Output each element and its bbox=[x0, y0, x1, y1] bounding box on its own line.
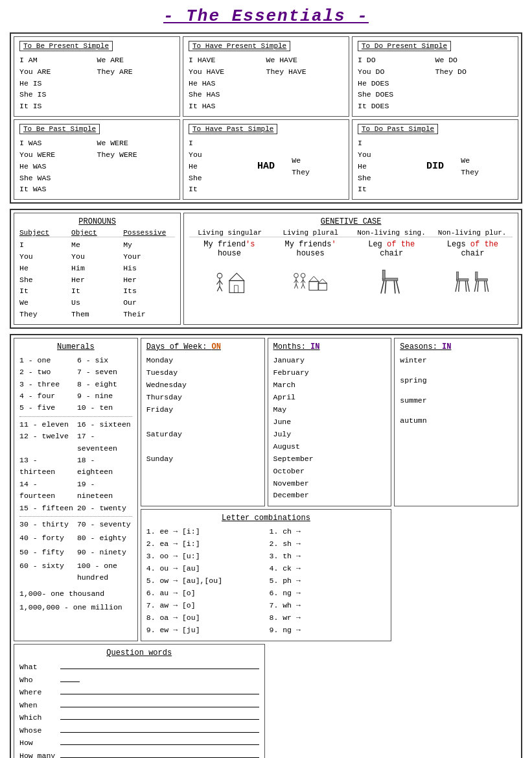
letter-combinations-title: Letter combinations bbox=[146, 514, 386, 523]
questions-list: What Who Where When Which Whose How How … bbox=[19, 661, 259, 758]
page-title: - The Essentials - bbox=[10, 6, 522, 26]
question-whose: Whose bbox=[19, 724, 259, 737]
numerals-box: Numerals 1 - one6 - six 2 - two7 - seven… bbox=[14, 338, 138, 641]
pronoun-row-she: SheHerHer bbox=[19, 274, 175, 286]
svg-line-17 bbox=[301, 280, 303, 283]
genitive-box: GENETIVE CASE Living singular Living plu… bbox=[183, 213, 518, 325]
svg-rect-21 bbox=[309, 281, 319, 290]
genitive-image-houses bbox=[291, 264, 330, 300]
pronoun-row-it: ItItIts bbox=[19, 285, 175, 297]
to-have-present-title: To Have Present Simple bbox=[189, 41, 290, 51]
pronouns-genitive-section: PRONOUNS Subject Object Possessive IMeMy… bbox=[10, 209, 522, 329]
months-box: Months: IN January February March April … bbox=[268, 338, 392, 507]
pronouns-col-possessive: Possessive bbox=[123, 229, 175, 237]
seasons-list: winter spring summer autumn bbox=[400, 355, 513, 427]
svg-marker-22 bbox=[309, 276, 319, 281]
letter-combinations-box: Letter combinations 1. ee → [i:] 2. ea →… bbox=[141, 509, 392, 641]
svg-rect-8 bbox=[234, 285, 238, 292]
to-have-past-box: To Have Past Simple I You He She It HAD … bbox=[183, 119, 349, 200]
genitive-images bbox=[189, 264, 513, 300]
svg-line-30 bbox=[395, 281, 396, 294]
months-list: January February March April May June Ju… bbox=[273, 355, 386, 503]
days-title: Days of Week: ON bbox=[146, 342, 259, 351]
to-have-present-box: To Have Present Simple I HAVE You HAVE H… bbox=[183, 36, 349, 117]
genitive-image-chairs bbox=[453, 264, 492, 300]
numerals-title: Numerals bbox=[19, 342, 132, 351]
svg-line-33 bbox=[456, 281, 457, 292]
svg-line-4 bbox=[217, 287, 220, 292]
pronouns-header: Subject Object Possessive bbox=[19, 229, 175, 237]
to-be-present-box: To Be Present Simple I AM You ARE He IS … bbox=[14, 36, 180, 117]
pronoun-row-they: TheyThemTheir bbox=[19, 309, 175, 320]
svg-line-28 bbox=[397, 281, 400, 294]
svg-line-41 bbox=[478, 281, 478, 292]
months-title: Months: IN bbox=[273, 342, 386, 351]
svg-line-39 bbox=[475, 281, 477, 292]
svg-point-9 bbox=[294, 274, 299, 278]
pronoun-row-he: HeHimHis bbox=[19, 263, 175, 274]
question-words-title: Question words bbox=[19, 648, 259, 657]
letter-left-col: 1. ee → [i:] 2. ea → [i:] 3. oo → [u:] 4… bbox=[146, 526, 263, 637]
genitive-body: My friend'shouse My friends'houses Leg o… bbox=[189, 240, 513, 261]
svg-point-15 bbox=[301, 274, 305, 278]
pronoun-row-you: YouYouYour bbox=[19, 251, 175, 263]
svg-rect-23 bbox=[318, 283, 327, 290]
to-have-past-title: To Have Past Simple bbox=[189, 124, 277, 134]
svg-line-27 bbox=[381, 281, 384, 294]
pronouns-col-subject: Subject bbox=[19, 229, 71, 237]
pronouns-col-object: Object bbox=[71, 229, 123, 237]
question-where: Where bbox=[19, 686, 259, 699]
to-do-present-box: To Do Present Simple I DO You DO He DOES… bbox=[352, 36, 518, 117]
question-words-box: Question words What Who Where When Which… bbox=[14, 644, 265, 758]
svg-line-36 bbox=[466, 281, 467, 292]
genitive-image-house-person bbox=[210, 264, 249, 300]
genitive-cell-2: My friends'houses bbox=[270, 240, 350, 261]
letter-combinations-grid: 1. ee → [i:] 2. ea → [i:] 3. oo → [u:] 4… bbox=[146, 526, 386, 637]
genitive-col-living-plur: Living plural bbox=[270, 229, 351, 237]
genitive-cell-4: Legs of thechair bbox=[433, 240, 513, 261]
to-be-past-box: To Be Past Simple I WAS You WERE He WAS … bbox=[14, 119, 180, 200]
svg-line-14 bbox=[296, 284, 298, 289]
genitive-title: GENETIVE CASE bbox=[189, 217, 513, 226]
question-what: What bbox=[19, 661, 259, 674]
to-do-past-box: To Do Past Simple I You He She It DID We… bbox=[352, 119, 518, 200]
genitive-cell-1: My friend'shouse bbox=[189, 240, 269, 261]
genitive-col-living-sing: Living singular bbox=[189, 229, 270, 237]
svg-marker-7 bbox=[229, 274, 244, 281]
svg-rect-32 bbox=[457, 272, 459, 279]
question-who: Who bbox=[19, 674, 259, 687]
svg-rect-38 bbox=[476, 272, 478, 279]
svg-line-5 bbox=[220, 287, 222, 292]
to-be-present-title: To Be Present Simple bbox=[19, 41, 113, 51]
svg-line-29 bbox=[385, 281, 386, 294]
svg-point-0 bbox=[217, 274, 222, 279]
question-which: Which bbox=[19, 711, 259, 724]
svg-line-3 bbox=[220, 281, 223, 285]
to-do-past-title: To Do Past Simple bbox=[358, 124, 438, 134]
to-do-present-title: To Do Present Simple bbox=[358, 41, 451, 51]
genitive-image-chair bbox=[372, 264, 411, 300]
svg-line-20 bbox=[303, 284, 305, 289]
svg-line-42 bbox=[485, 281, 485, 292]
bottom-section: Numerals 1 - one6 - six 2 - two7 - seven… bbox=[10, 334, 522, 758]
question-how: How bbox=[19, 737, 259, 750]
genitive-cell-3: Leg of thechair bbox=[352, 240, 432, 261]
svg-rect-26 bbox=[382, 270, 385, 279]
pronouns-box: PRONOUNS Subject Object Possessive IMeMy… bbox=[14, 213, 181, 325]
pronouns-title: PRONOUNS bbox=[19, 217, 175, 226]
svg-line-2 bbox=[216, 281, 220, 285]
to-be-present-right: We ARE They ARE bbox=[97, 54, 175, 112]
pronoun-row-we: WeUsOur bbox=[19, 297, 175, 309]
to-be-present-left: I AM You ARE He IS She IS It IS bbox=[19, 54, 97, 112]
pronoun-row-i: IMeMy bbox=[19, 239, 175, 251]
question-when: When bbox=[19, 699, 259, 712]
svg-line-35 bbox=[459, 281, 459, 292]
seasons-title: Seasons: IN bbox=[400, 342, 513, 351]
genitive-col-nonliving-sing: Non-living sing. bbox=[351, 229, 432, 237]
svg-line-40 bbox=[487, 281, 489, 292]
numerals-content: 1 - one6 - six 2 - two7 - seven 3 - thre… bbox=[19, 355, 132, 614]
letter-right-col: 1. ch → 2. sh → 3. th → 4. ck → 5. ph → … bbox=[270, 526, 386, 637]
svg-line-19 bbox=[301, 284, 303, 289]
days-list: Monday Tuesday Wednesday Thursday Friday… bbox=[146, 355, 259, 466]
days-box: Days of Week: ON Monday Tuesday Wednesda… bbox=[141, 338, 265, 507]
